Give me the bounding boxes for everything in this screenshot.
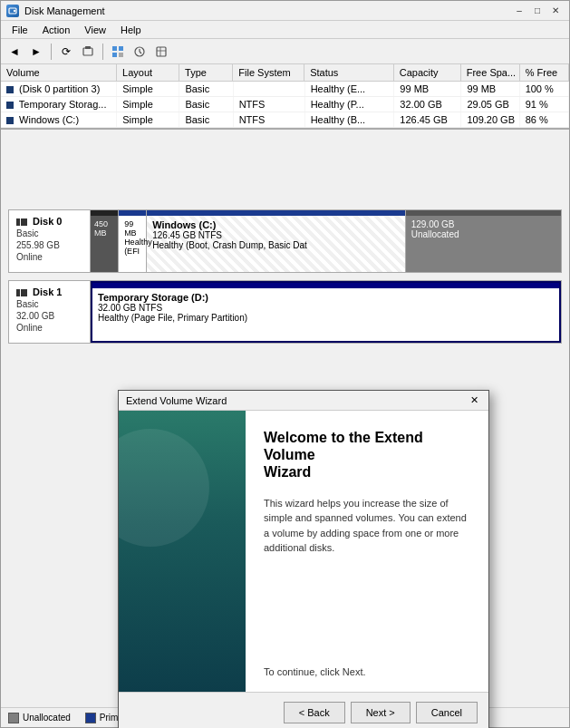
part-status-3: Healthy (Boot, Crash Dump, Basic Dat <box>152 240 399 250</box>
part-status-d1: Healthy (Page File, Primary Partition) <box>98 313 554 323</box>
th-status[interactable]: Status <box>304 64 394 81</box>
th-free-space[interactable]: Free Spa... <box>461 64 520 81</box>
wizard-back-button[interactable]: < Back <box>284 702 345 723</box>
menu-action[interactable]: Action <box>35 23 78 37</box>
menu-file[interactable]: File <box>5 23 35 37</box>
th-pct-free[interactable]: % Free <box>520 64 569 81</box>
title-bar-left: Disk Management <box>6 5 105 17</box>
toolbar-btn-5[interactable] <box>151 42 171 62</box>
legend-unallocated-box <box>8 713 19 723</box>
part-header-d1 <box>92 283 559 288</box>
th-volume[interactable]: Volume <box>1 64 117 81</box>
part-name-d1: Temporary Storage (D:) <box>98 292 554 303</box>
legend-unallocated-label: Unallocated <box>23 713 71 723</box>
td-volume-3: Windows (C:) <box>1 112 117 127</box>
disk-management-icon <box>6 5 19 17</box>
td-status-3: Healthy (B... <box>305 112 395 127</box>
title-controls: – □ ✕ <box>511 4 564 18</box>
disk-icon-3 <box>6 117 14 124</box>
td-volume-2: Temporary Storag... <box>1 97 117 112</box>
window-title: Disk Management <box>24 5 105 16</box>
part-name-3: Windows (C:) <box>152 219 399 230</box>
th-capacity[interactable]: Capacity <box>394 64 461 81</box>
svg-rect-16 <box>16 289 20 296</box>
toolbar-separator-1 <box>51 44 52 60</box>
close-button[interactable]: ✕ <box>547 4 564 18</box>
td-free-3: 109.20 GB <box>461 112 519 127</box>
disk-1-name: Disk 1 <box>16 286 82 297</box>
table-body: (Disk 0 partition 3) Simple Basic Health… <box>1 82 569 128</box>
td-volume-1: (Disk 0 partition 3) <box>1 82 117 96</box>
td-cap-2: 32.00 GB <box>394 97 461 112</box>
back-button[interactable]: ◄ <box>5 42 24 62</box>
disk-0-partition-3[interactable]: Windows (C:) 126.45 GB NTFS Healthy (Boo… <box>147 210 405 272</box>
td-pct-3: 86 % <box>520 112 569 127</box>
wizard-cancel-button[interactable]: Cancel <box>416 702 478 723</box>
disk-0-partition-2[interactable]: 99 MB Healthy (EFI <box>119 210 147 272</box>
disk-0-size: 255.98 GB <box>16 240 82 250</box>
svg-point-1 <box>14 9 15 11</box>
svg-rect-11 <box>157 47 166 56</box>
td-pct-1: 100 % <box>520 82 569 96</box>
svg-rect-7 <box>119 53 123 57</box>
wizard-next-button[interactable]: Next > <box>351 702 411 723</box>
svg-rect-6 <box>112 53 117 57</box>
wizard-close-button[interactable]: ✕ <box>467 393 481 408</box>
disk-1-size: 32.00 GB <box>16 311 82 321</box>
th-layout[interactable]: Layout <box>117 64 179 81</box>
menu-bar: File Action View Help <box>1 21 569 39</box>
svg-rect-17 <box>21 289 27 296</box>
table-row[interactable]: Temporary Storag... Simple Basic NTFS He… <box>1 97 569 112</box>
part-status-4: Unallocated <box>411 229 556 239</box>
part-size-d1: 32.00 GB NTFS <box>98 303 554 313</box>
wizard-heading: Welcome to the Extend VolumeWizard <box>264 429 470 481</box>
volume-table: Volume Layout Type File System Status Ca… <box>1 64 569 130</box>
toolbar-btn-2[interactable] <box>78 42 98 62</box>
td-status-2: Healthy (P... <box>305 97 395 112</box>
legend-primary-box <box>85 713 96 723</box>
menu-help[interactable]: Help <box>113 23 149 37</box>
wizard-description: This wizard helps you increase the size … <box>264 496 470 556</box>
td-type-1: Basic <box>179 82 233 96</box>
part-size: 450 MB <box>94 219 114 238</box>
forward-button[interactable]: ► <box>26 42 46 62</box>
td-fs-3: NTFS <box>234 112 305 127</box>
disk-1-partition-1[interactable]: Temporary Storage (D:) 32.00 GB NTFS Hea… <box>91 281 561 343</box>
toolbar-btn-3[interactable] <box>108 42 128 62</box>
refresh-button[interactable]: ⟳ <box>56 42 76 62</box>
disk-0-name: Disk 0 <box>16 216 82 227</box>
disk-icon-2 <box>6 102 14 109</box>
wizard-content: Welcome to the Extend VolumeWizard This … <box>246 411 488 692</box>
toolbar-btn-4[interactable] <box>130 42 150 62</box>
part-status-2: Healthy (EFI <box>124 238 140 256</box>
svg-rect-2 <box>83 48 92 55</box>
maximize-button[interactable]: □ <box>529 4 546 18</box>
part-size-3: 126.45 GB NTFS <box>152 230 399 240</box>
td-cap-1: 99 MB <box>394 82 461 96</box>
disk-1-info: Disk 1 Basic 32.00 GB Online <box>9 281 91 343</box>
table-spacer <box>1 130 569 202</box>
title-bar: Disk Management – □ ✕ <box>1 1 569 21</box>
wizard-title: Extend Volume Wizard <box>126 395 227 406</box>
svg-rect-5 <box>119 46 123 51</box>
disk-0-partition-4[interactable]: 129.00 GB Unallocated <box>406 210 561 272</box>
wizard-body: Welcome to the Extend VolumeWizard This … <box>119 411 488 692</box>
td-free-2: 29.05 GB <box>461 97 519 112</box>
wizard-instruction: To continue, click Next. <box>264 666 470 677</box>
part-size-4: 129.00 GB <box>411 219 556 229</box>
th-filesystem[interactable]: File System <box>233 64 304 81</box>
td-status-1: Healthy (E... <box>305 82 395 96</box>
table-row[interactable]: (Disk 0 partition 3) Simple Basic Health… <box>1 82 569 97</box>
th-type[interactable]: Type <box>179 64 233 81</box>
menu-view[interactable]: View <box>77 23 113 37</box>
part-size-2: 99 MB <box>124 219 140 238</box>
svg-rect-4 <box>112 46 117 51</box>
disk-0-partition-1[interactable]: 450 MB <box>91 210 119 272</box>
table-row[interactable]: Windows (C:) Simple Basic NTFS Healthy (… <box>1 112 569 128</box>
disk-0-type: Basic <box>16 228 82 238</box>
td-cap-3: 126.45 GB <box>394 112 461 127</box>
svg-rect-14 <box>16 218 20 226</box>
td-type-2: Basic <box>179 97 233 112</box>
td-layout-3: Simple <box>117 112 179 127</box>
minimize-button[interactable]: – <box>511 4 527 18</box>
